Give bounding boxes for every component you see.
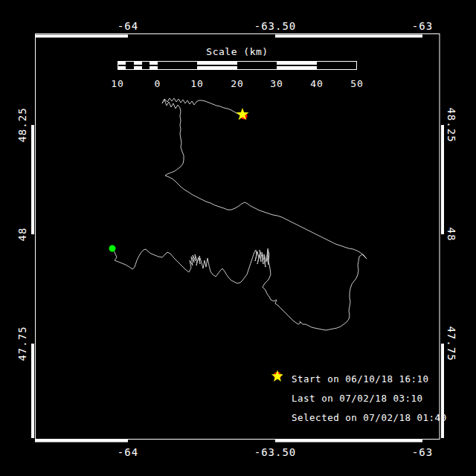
selected-marker-icon: [266, 411, 283, 424]
x-axis-label-bottom-0: -64: [118, 446, 138, 458]
x-axis-label-top-2: -63: [412, 20, 433, 32]
y-axis-label-right-1: 48: [446, 228, 457, 242]
y-axis-label-left-0: 48.25: [16, 107, 28, 142]
track-path: [113, 98, 367, 330]
legend: Start on 06/10/18 16:10 Last on 07/02/18…: [266, 369, 447, 427]
x-axis-label-top-1: -63.50: [254, 20, 297, 32]
frame-zebra-left-1: [31, 344, 34, 438]
x-axis-label-top-0: -64: [118, 20, 138, 32]
scale-bar-label-5: 40: [310, 78, 324, 89]
y-axis-label-right-2: 47.75: [446, 326, 457, 361]
frame-zebra-right-0: [441, 125, 444, 234]
y-axis-label-left-2: 47.75: [16, 326, 28, 361]
scale-bar-label-4: 30: [270, 78, 283, 89]
legend-item-start: Start on 06/10/18 16:10: [266, 369, 447, 388]
scale-bar-segment-1: [126, 61, 134, 70]
scale-bar-segment-5: [158, 61, 197, 70]
legend-item-selected: Selected on 07/02/18 01:40: [266, 408, 447, 427]
x-axis-label-bottom-2: -63: [412, 446, 433, 458]
scale-bar-label-6: 50: [350, 78, 364, 89]
scale-bar-label-1: 0: [155, 78, 161, 89]
scale-bar-title: Scale (km): [206, 46, 268, 57]
scale-bar-segment-9: [317, 61, 357, 70]
legend-last-label: Last on 07/02/18 03:10: [292, 393, 423, 404]
y-axis-label-left-1: 48: [16, 228, 28, 242]
scale-bar-segment-3: [142, 61, 149, 70]
start-marker[interactable]: [109, 245, 116, 252]
frame-zebra-top-1: [275, 35, 422, 38]
tracking-map: -64-64-63.50-63.50-63-6348.2548.25484847…: [0, 0, 476, 476]
frame-zebra-left-0: [31, 125, 34, 234]
frame-zebra-top-0: [35, 35, 128, 38]
last-marker-icon: [266, 391, 283, 405]
legend-item-last: Last on 07/02/18 03:10: [266, 388, 447, 408]
y-axis-label-right-0: 48.25: [446, 107, 457, 142]
frame-zebra-bottom-0: [35, 440, 128, 443]
legend-start-label: Start on 06/10/18 16:10: [292, 373, 429, 385]
scale-bar-label-0: 10: [111, 78, 124, 89]
scale-bar-label-3: 20: [231, 78, 244, 89]
frame-zebra-bottom-1: [275, 440, 422, 443]
scale-bar-segment-7: [237, 61, 277, 70]
x-axis-label-bottom-1: -63.50: [254, 446, 297, 458]
scale-bar-label-2: 10: [190, 78, 204, 89]
legend-selected-label: Selected on 07/02/18 01:40: [292, 412, 447, 423]
